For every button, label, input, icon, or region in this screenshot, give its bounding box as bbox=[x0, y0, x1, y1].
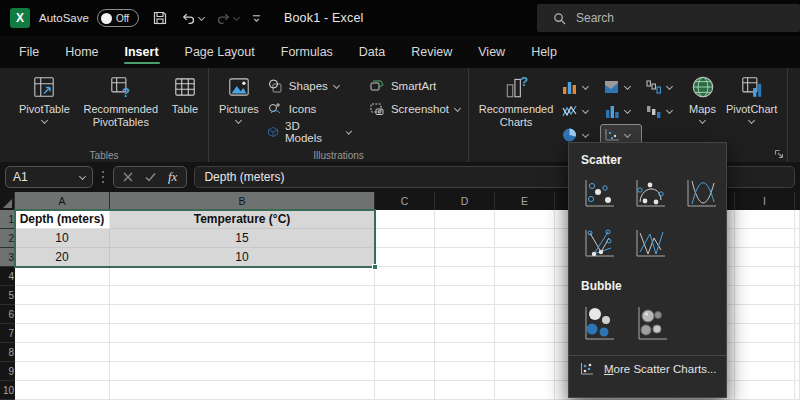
row-header-8[interactable]: 8 bbox=[0, 343, 15, 362]
autosave-toggle[interactable]: Off bbox=[97, 9, 139, 27]
scatter-smooth-lines-markers-option[interactable] bbox=[630, 175, 670, 213]
insert-column-chart-button[interactable] bbox=[558, 76, 600, 98]
tab-file[interactable]: File bbox=[6, 36, 52, 68]
column-header-a[interactable]: A bbox=[15, 192, 110, 210]
insert-line-chart-button[interactable] bbox=[558, 100, 600, 122]
more-scatter-charts-label: More Scatter Charts... bbox=[604, 363, 717, 375]
shapes-button[interactable]: Shapes bbox=[264, 76, 354, 95]
formula-bar-grip[interactable] bbox=[102, 176, 104, 178]
svg-text:?: ? bbox=[122, 85, 130, 100]
scatter-option[interactable] bbox=[579, 175, 619, 213]
search-input[interactable]: Search bbox=[537, 4, 800, 32]
maps-button[interactable]: Maps bbox=[684, 71, 721, 123]
scatter-chart-icon bbox=[603, 127, 621, 143]
tab-review[interactable]: Review bbox=[398, 36, 465, 68]
recommended-pivottables-icon: ? bbox=[108, 74, 134, 100]
tab-page-layout[interactable]: Page Layout bbox=[172, 36, 268, 68]
tab-home[interactable]: Home bbox=[52, 36, 111, 68]
cell-a1[interactable]: Depth (meters) bbox=[15, 210, 110, 229]
pie-chart-icon bbox=[561, 127, 579, 143]
insert-waterfall-chart-button[interactable] bbox=[642, 76, 684, 98]
redo-dropdown-chevron[interactable] bbox=[233, 14, 240, 21]
column-header-e[interactable]: E bbox=[495, 192, 555, 210]
excel-app-icon: X bbox=[10, 8, 30, 28]
line-sparkline-button[interactable]: Line bbox=[793, 75, 800, 116]
save-icon[interactable] bbox=[152, 10, 168, 26]
3d-models-button[interactable]: 3D Models bbox=[264, 122, 354, 141]
autosave-label: AutoSave bbox=[39, 12, 89, 24]
smartart-button[interactable]: SmartArt bbox=[366, 76, 463, 95]
icons-button[interactable]: Icons bbox=[264, 99, 354, 118]
row-header-9[interactable]: 9 bbox=[0, 362, 15, 381]
recommended-pivottables-button[interactable]: ? Recommended PivotTables bbox=[75, 71, 167, 129]
tab-formulas[interactable]: Formulas bbox=[268, 36, 346, 68]
scatter-chart-chevron[interactable] bbox=[624, 131, 631, 138]
row-header-10[interactable]: 10 bbox=[0, 381, 15, 400]
cell-a3[interactable]: 20 bbox=[15, 248, 110, 267]
formula-buttons: fx bbox=[113, 166, 187, 188]
insert-function-icon[interactable]: fx bbox=[168, 169, 177, 185]
column-header-i[interactable]: I bbox=[735, 192, 795, 210]
insert-3d-column-chart-button[interactable] bbox=[600, 100, 642, 122]
ribbon-group-tables: PivotTable ? Recommended PivotTables Tab… bbox=[0, 68, 208, 162]
insert-area-chart-button[interactable] bbox=[600, 76, 642, 98]
screenshot-chevron bbox=[454, 104, 461, 111]
column-chart-icon bbox=[561, 79, 579, 95]
scatter-straight-lines-option[interactable] bbox=[630, 225, 670, 263]
customize-quick-access-toolbar-icon[interactable] bbox=[251, 13, 262, 24]
row-header-5[interactable]: 5 bbox=[0, 286, 15, 305]
tab-help[interactable]: Help bbox=[518, 36, 570, 68]
stock-chart-chevron bbox=[666, 107, 673, 114]
scatter-smooth-lines-option[interactable] bbox=[681, 175, 721, 213]
tab-view[interactable]: View bbox=[465, 36, 518, 68]
row-header-7[interactable]: 7 bbox=[0, 324, 15, 343]
line-chart-chevron bbox=[582, 107, 589, 114]
3d-column-chart-chevron bbox=[624, 107, 631, 114]
row-header-3[interactable]: 3 bbox=[0, 248, 15, 267]
select-all-corner[interactable] bbox=[0, 192, 15, 210]
cell-b2[interactable]: 15 bbox=[110, 229, 375, 248]
cell-b3[interactable]: 10 bbox=[110, 248, 375, 267]
pivotchart-button[interactable]: PivotChart bbox=[721, 71, 782, 123]
recommended-charts-button[interactable]: ? Recommended Charts bbox=[474, 71, 558, 129]
svg-text:?: ? bbox=[520, 74, 528, 89]
insert-stock-chart-button[interactable] bbox=[642, 100, 684, 122]
illustrations-column-2: SmartArt Screenshot bbox=[366, 71, 463, 118]
scatter-smooth-lines-markers-icon bbox=[632, 178, 668, 210]
row-header-6[interactable]: 6 bbox=[0, 305, 15, 324]
bubble-3d-option[interactable] bbox=[632, 301, 672, 345]
recommended-charts-label: Recommended Charts bbox=[479, 103, 554, 129]
pictures-button[interactable]: Pictures bbox=[214, 71, 264, 123]
autosave-state: Off bbox=[116, 13, 129, 24]
smartart-icon bbox=[369, 78, 385, 94]
undo-button[interactable] bbox=[181, 11, 204, 26]
cell-b1[interactable]: Temperature (°C) bbox=[110, 210, 375, 229]
tables-group-label: Tables bbox=[0, 150, 208, 161]
tab-insert[interactable]: Insert bbox=[112, 36, 172, 68]
title-bar: X AutoSave Off Book1 - Excel Search bbox=[0, 0, 800, 36]
redo-button[interactable] bbox=[216, 11, 239, 26]
cancel-icon[interactable] bbox=[123, 172, 133, 182]
scatter-straight-lines-markers-option[interactable] bbox=[579, 225, 619, 263]
column-header-b[interactable]: B bbox=[110, 192, 375, 210]
tab-data[interactable]: Data bbox=[346, 36, 398, 68]
column-header-d[interactable]: D bbox=[435, 192, 495, 210]
screenshot-button[interactable]: Screenshot bbox=[366, 99, 463, 118]
name-box-chevron[interactable] bbox=[79, 173, 86, 180]
table-icon bbox=[172, 74, 198, 100]
row-header-1[interactable]: 1 bbox=[0, 210, 15, 229]
row-header-4[interactable]: 4 bbox=[0, 267, 15, 286]
pivottable-button[interactable]: PivotTable bbox=[14, 71, 75, 123]
bubble-option[interactable] bbox=[579, 301, 619, 345]
ribbon-group-sparklines: Line C Sp bbox=[787, 68, 800, 162]
row-header-2[interactable]: 2 bbox=[0, 229, 15, 248]
3d-models-icon bbox=[267, 124, 279, 140]
undo-dropdown-chevron[interactable] bbox=[198, 14, 205, 21]
table-button[interactable]: Table bbox=[167, 71, 203, 116]
column-header-c[interactable]: C bbox=[375, 192, 435, 210]
more-scatter-charts-item[interactable]: More Scatter Charts... bbox=[569, 356, 726, 382]
bubble-icon bbox=[581, 303, 617, 343]
cell-a2[interactable]: 10 bbox=[15, 229, 110, 248]
enter-icon[interactable] bbox=[145, 172, 156, 182]
name-box[interactable]: A1 bbox=[5, 166, 93, 188]
